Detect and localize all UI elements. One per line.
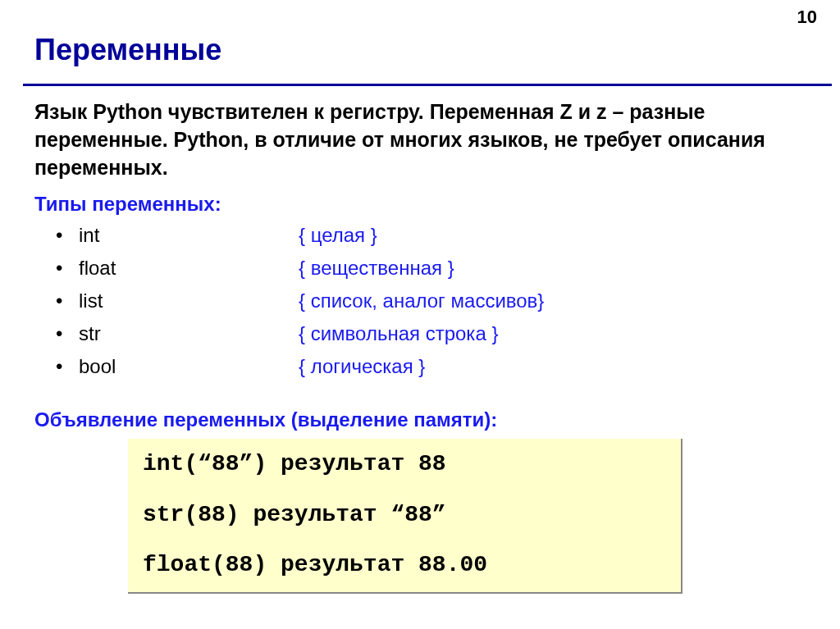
code-line: str(88) результат “88” (143, 501, 666, 529)
intro-text: Язык Python чувствителен к регистру. Пер… (34, 98, 810, 181)
list-item: • bool { логическая } (56, 355, 544, 378)
type-name: bool (79, 355, 299, 378)
list-item: • str { символьная строка } (56, 322, 544, 345)
type-desc: { символьная строка } (299, 322, 498, 345)
code-line: float(88) результат 88.00 (143, 551, 666, 579)
type-name: int (79, 224, 299, 247)
bullet-icon: • (56, 322, 79, 345)
bullet-icon: • (56, 289, 79, 312)
type-desc: { логическая } (299, 355, 425, 378)
type-desc: { вещественная } (299, 257, 454, 280)
code-line: int(“88”) результат 88 (143, 450, 666, 478)
types-list: • int { целая } • float { вещественная }… (56, 224, 544, 388)
bullet-icon: • (56, 257, 79, 280)
code-example-box: int(“88”) результат 88 str(88) результат… (128, 439, 682, 594)
slide-title: Переменные (34, 33, 221, 67)
list-item: • int { целая } (56, 224, 544, 247)
type-desc: { список, аналог массивов} (299, 289, 544, 312)
bullet-icon: • (56, 224, 79, 247)
types-heading: Типы переменных: (34, 193, 221, 216)
type-name: float (79, 257, 299, 280)
bullet-icon: • (56, 355, 79, 378)
list-item: • float { вещественная } (56, 257, 544, 280)
type-desc: { целая } (299, 224, 377, 247)
list-item: • list { список, аналог массивов} (56, 289, 544, 312)
title-rule (23, 84, 832, 86)
declaration-heading: Объявление переменных (выделение памяти)… (34, 408, 497, 431)
type-name: str (79, 322, 299, 345)
slide: 10 Переменные Язык Python чувствителен к… (0, 0, 840, 629)
type-name: list (79, 289, 299, 312)
page-number: 10 (797, 7, 817, 28)
